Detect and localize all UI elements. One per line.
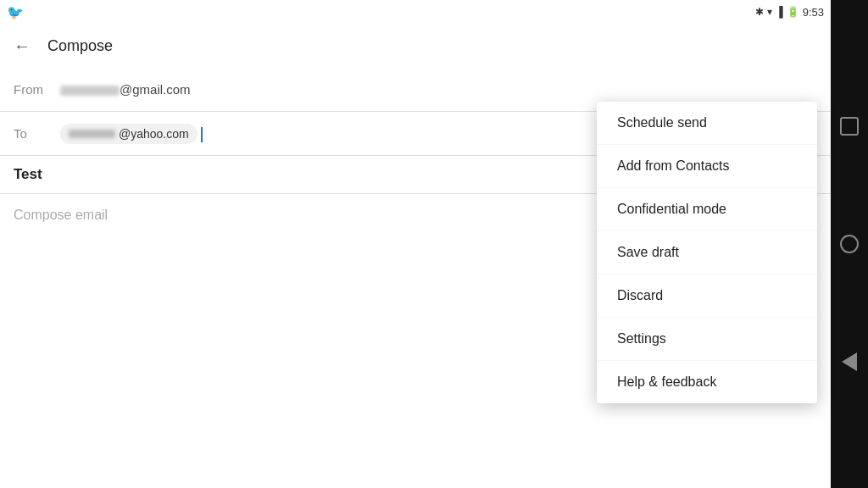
menu-item-save-draft[interactable]: Save draft: [597, 231, 817, 274]
status-bar: 🐦 ✱ ▾ ▐ 🔋 9:53: [0, 0, 831, 24]
top-bar: ← Compose: [0, 24, 831, 68]
body-placeholder: Compose email: [14, 208, 108, 222]
from-email-suffix: @gmail.com: [120, 82, 191, 97]
menu-item-add-contacts[interactable]: Add from Contacts: [597, 145, 817, 188]
from-email-blurred: [60, 86, 120, 96]
menu-item-confidential-mode[interactable]: Confidential mode: [597, 188, 817, 231]
square-nav-button[interactable]: [837, 114, 861, 138]
back-nav-button[interactable]: [837, 350, 861, 374]
context-menu: Schedule send Add from Contacts Confiden…: [597, 102, 817, 403]
circle-nav-button[interactable]: [837, 232, 861, 256]
compose-title: Compose: [47, 37, 113, 55]
menu-item-discard[interactable]: Discard: [597, 274, 817, 318]
circle-icon: [840, 235, 859, 253]
menu-item-schedule-send[interactable]: Schedule send: [597, 102, 817, 145]
menu-item-help-feedback[interactable]: Help & feedback: [597, 361, 817, 403]
status-bar-left: 🐦: [7, 4, 24, 20]
from-label: From: [14, 82, 60, 97]
square-icon: [840, 117, 859, 136]
triangle-icon: [842, 352, 857, 371]
menu-item-settings[interactable]: Settings: [597, 318, 817, 361]
twitter-icon: 🐦: [7, 4, 24, 20]
subject-text: Test: [14, 166, 42, 183]
to-email-suffix: @yahoo.com: [119, 127, 189, 141]
side-nav: [831, 0, 868, 488]
time-display: 9:53: [803, 6, 824, 19]
wifi-icon: ▾: [767, 6, 772, 18]
to-chip[interactable]: @yahoo.com: [60, 124, 198, 144]
to-email-blurred: [69, 130, 115, 138]
bluetooth-icon: ✱: [755, 6, 764, 18]
to-label: To: [14, 126, 60, 141]
phone-screen: 🐦 ✱ ▾ ▐ 🔋 9:53 ← Compose From @gmail.com: [0, 0, 831, 488]
battery-icon: 🔋: [787, 6, 799, 18]
status-bar-right: ✱ ▾ ▐ 🔋 9:53: [755, 6, 824, 19]
text-cursor: [201, 127, 203, 142]
back-button[interactable]: ←: [14, 36, 31, 56]
compose-area: From @gmail.com To @yahoo.com Test Compo…: [0, 68, 831, 488]
from-value: @gmail.com: [60, 82, 817, 97]
signal-icon: ▐: [776, 6, 783, 18]
